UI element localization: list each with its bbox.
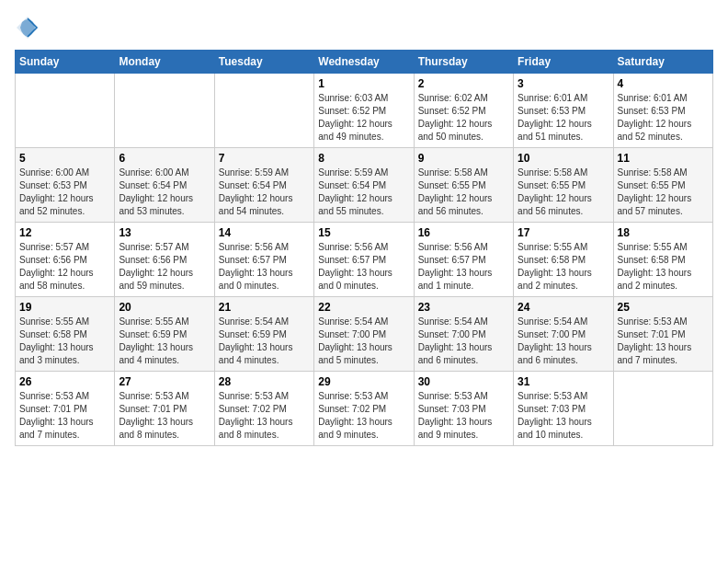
calendar-cell bbox=[613, 372, 712, 446]
weekday-header-saturday: Saturday bbox=[613, 51, 712, 74]
page-header bbox=[15, 15, 713, 40]
day-number: 4 bbox=[618, 77, 709, 90]
day-detail: Sunrise: 5:54 AM Sunset: 7:00 PM Dayligh… bbox=[418, 316, 509, 367]
day-number: 20 bbox=[119, 301, 210, 314]
calendar-cell: 5Sunrise: 6:00 AM Sunset: 6:53 PM Daylig… bbox=[16, 148, 115, 223]
day-number: 23 bbox=[418, 301, 509, 314]
day-number: 25 bbox=[618, 301, 709, 314]
weekday-header-wednesday: Wednesday bbox=[314, 51, 414, 74]
calendar-cell: 27Sunrise: 5:53 AM Sunset: 7:01 PM Dayli… bbox=[115, 372, 214, 446]
day-number: 9 bbox=[418, 152, 509, 165]
calendar-cell: 11Sunrise: 5:58 AM Sunset: 6:55 PM Dayli… bbox=[613, 148, 712, 223]
day-number: 8 bbox=[318, 152, 409, 165]
calendar-cell: 31Sunrise: 5:53 AM Sunset: 7:03 PM Dayli… bbox=[514, 372, 613, 446]
calendar-table: SundayMondayTuesdayWednesdayThursdayFrid… bbox=[15, 50, 713, 446]
weekday-header-sunday: Sunday bbox=[16, 51, 115, 74]
calendar-cell: 15Sunrise: 5:56 AM Sunset: 6:57 PM Dayli… bbox=[314, 223, 414, 297]
day-detail: Sunrise: 5:53 AM Sunset: 7:01 PM Dayligh… bbox=[618, 316, 709, 367]
day-detail: Sunrise: 5:56 AM Sunset: 6:57 PM Dayligh… bbox=[418, 241, 509, 293]
day-number: 17 bbox=[518, 226, 609, 239]
calendar-cell: 10Sunrise: 5:58 AM Sunset: 6:55 PM Dayli… bbox=[514, 148, 613, 223]
calendar-cell: 17Sunrise: 5:55 AM Sunset: 6:58 PM Dayli… bbox=[514, 223, 613, 297]
week-row-5: 26Sunrise: 5:53 AM Sunset: 7:01 PM Dayli… bbox=[16, 372, 713, 446]
day-detail: Sunrise: 5:56 AM Sunset: 6:57 PM Dayligh… bbox=[219, 241, 310, 293]
day-detail: Sunrise: 5:53 AM Sunset: 7:03 PM Dayligh… bbox=[418, 390, 509, 442]
calendar-cell: 30Sunrise: 5:53 AM Sunset: 7:03 PM Dayli… bbox=[414, 372, 513, 446]
day-detail: Sunrise: 5:58 AM Sunset: 6:55 PM Dayligh… bbox=[618, 167, 709, 218]
day-detail: Sunrise: 5:54 AM Sunset: 7:00 PM Dayligh… bbox=[318, 316, 409, 367]
day-detail: Sunrise: 5:58 AM Sunset: 6:55 PM Dayligh… bbox=[418, 167, 509, 218]
calendar-cell: 23Sunrise: 5:54 AM Sunset: 7:00 PM Dayli… bbox=[414, 297, 513, 372]
day-number: 5 bbox=[19, 152, 110, 165]
calendar-cell: 20Sunrise: 5:55 AM Sunset: 6:59 PM Dayli… bbox=[115, 297, 214, 372]
calendar-cell: 12Sunrise: 5:57 AM Sunset: 6:56 PM Dayli… bbox=[16, 223, 115, 297]
day-detail: Sunrise: 5:59 AM Sunset: 6:54 PM Dayligh… bbox=[219, 167, 310, 218]
day-detail: Sunrise: 6:01 AM Sunset: 6:53 PM Dayligh… bbox=[618, 92, 709, 144]
day-detail: Sunrise: 5:59 AM Sunset: 6:54 PM Dayligh… bbox=[318, 167, 409, 218]
calendar-cell: 2Sunrise: 6:02 AM Sunset: 6:52 PM Daylig… bbox=[414, 74, 513, 148]
calendar-cell: 3Sunrise: 6:01 AM Sunset: 6:53 PM Daylig… bbox=[514, 74, 613, 148]
week-row-4: 19Sunrise: 5:55 AM Sunset: 6:58 PM Dayli… bbox=[16, 297, 713, 372]
day-number: 19 bbox=[19, 301, 110, 314]
weekday-header-monday: Monday bbox=[115, 51, 214, 74]
day-detail: Sunrise: 5:57 AM Sunset: 6:56 PM Dayligh… bbox=[119, 241, 210, 293]
calendar-cell: 6Sunrise: 6:00 AM Sunset: 6:54 PM Daylig… bbox=[115, 148, 214, 223]
day-detail: Sunrise: 5:53 AM Sunset: 7:03 PM Dayligh… bbox=[518, 390, 609, 442]
calendar-cell bbox=[115, 74, 214, 148]
day-number: 29 bbox=[318, 375, 409, 388]
day-number: 15 bbox=[318, 226, 409, 239]
day-number: 18 bbox=[618, 226, 709, 239]
calendar-cell: 14Sunrise: 5:56 AM Sunset: 6:57 PM Dayli… bbox=[214, 223, 313, 297]
weekday-header-friday: Friday bbox=[514, 51, 613, 74]
day-detail: Sunrise: 5:58 AM Sunset: 6:55 PM Dayligh… bbox=[518, 167, 609, 218]
day-number: 30 bbox=[418, 375, 509, 388]
calendar-cell bbox=[16, 74, 115, 148]
day-detail: Sunrise: 5:53 AM Sunset: 7:02 PM Dayligh… bbox=[318, 390, 409, 442]
calendar-cell: 28Sunrise: 5:53 AM Sunset: 7:02 PM Dayli… bbox=[214, 372, 313, 446]
calendar-cell: 7Sunrise: 5:59 AM Sunset: 6:54 PM Daylig… bbox=[214, 148, 313, 223]
day-detail: Sunrise: 5:56 AM Sunset: 6:57 PM Dayligh… bbox=[318, 241, 409, 293]
logo-icon bbox=[15, 15, 40, 40]
weekday-header-row: SundayMondayTuesdayWednesdayThursdayFrid… bbox=[16, 51, 713, 74]
calendar-cell: 9Sunrise: 5:58 AM Sunset: 6:55 PM Daylig… bbox=[414, 148, 513, 223]
day-number: 3 bbox=[518, 77, 609, 90]
day-number: 7 bbox=[219, 152, 310, 165]
day-detail: Sunrise: 5:57 AM Sunset: 6:56 PM Dayligh… bbox=[19, 241, 110, 293]
calendar-cell: 24Sunrise: 5:54 AM Sunset: 7:00 PM Dayli… bbox=[514, 297, 613, 372]
day-number: 22 bbox=[318, 301, 409, 314]
day-detail: Sunrise: 6:00 AM Sunset: 6:54 PM Dayligh… bbox=[119, 167, 210, 218]
day-number: 1 bbox=[318, 77, 409, 90]
day-number: 13 bbox=[119, 226, 210, 239]
day-detail: Sunrise: 6:02 AM Sunset: 6:52 PM Dayligh… bbox=[418, 92, 509, 144]
logo bbox=[15, 15, 44, 40]
calendar-cell: 26Sunrise: 5:53 AM Sunset: 7:01 PM Dayli… bbox=[16, 372, 115, 446]
day-detail: Sunrise: 5:55 AM Sunset: 6:59 PM Dayligh… bbox=[119, 316, 210, 367]
day-number: 24 bbox=[518, 301, 609, 314]
day-number: 14 bbox=[219, 226, 310, 239]
day-detail: Sunrise: 6:00 AM Sunset: 6:53 PM Dayligh… bbox=[19, 167, 110, 218]
day-number: 16 bbox=[418, 226, 509, 239]
calendar-cell: 4Sunrise: 6:01 AM Sunset: 6:53 PM Daylig… bbox=[613, 74, 712, 148]
week-row-1: 1Sunrise: 6:03 AM Sunset: 6:52 PM Daylig… bbox=[16, 74, 713, 148]
day-number: 31 bbox=[518, 375, 609, 388]
day-number: 28 bbox=[219, 375, 310, 388]
weekday-header-thursday: Thursday bbox=[414, 51, 513, 74]
day-detail: Sunrise: 5:54 AM Sunset: 7:00 PM Dayligh… bbox=[518, 316, 609, 367]
day-detail: Sunrise: 6:01 AM Sunset: 6:53 PM Dayligh… bbox=[518, 92, 609, 144]
calendar-cell: 22Sunrise: 5:54 AM Sunset: 7:00 PM Dayli… bbox=[314, 297, 414, 372]
calendar-cell: 13Sunrise: 5:57 AM Sunset: 6:56 PM Dayli… bbox=[115, 223, 214, 297]
day-detail: Sunrise: 6:03 AM Sunset: 6:52 PM Dayligh… bbox=[318, 92, 409, 144]
day-number: 12 bbox=[19, 226, 110, 239]
day-number: 6 bbox=[119, 152, 210, 165]
week-row-2: 5Sunrise: 6:00 AM Sunset: 6:53 PM Daylig… bbox=[16, 148, 713, 223]
calendar-cell: 21Sunrise: 5:54 AM Sunset: 6:59 PM Dayli… bbox=[214, 297, 313, 372]
weekday-header-tuesday: Tuesday bbox=[214, 51, 313, 74]
calendar-cell: 1Sunrise: 6:03 AM Sunset: 6:52 PM Daylig… bbox=[314, 74, 414, 148]
day-number: 21 bbox=[219, 301, 310, 314]
week-row-3: 12Sunrise: 5:57 AM Sunset: 6:56 PM Dayli… bbox=[16, 223, 713, 297]
day-number: 27 bbox=[119, 375, 210, 388]
calendar-cell: 8Sunrise: 5:59 AM Sunset: 6:54 PM Daylig… bbox=[314, 148, 414, 223]
day-detail: Sunrise: 5:55 AM Sunset: 6:58 PM Dayligh… bbox=[518, 241, 609, 293]
calendar-cell: 25Sunrise: 5:53 AM Sunset: 7:01 PM Dayli… bbox=[613, 297, 712, 372]
calendar-cell: 16Sunrise: 5:56 AM Sunset: 6:57 PM Dayli… bbox=[414, 223, 513, 297]
